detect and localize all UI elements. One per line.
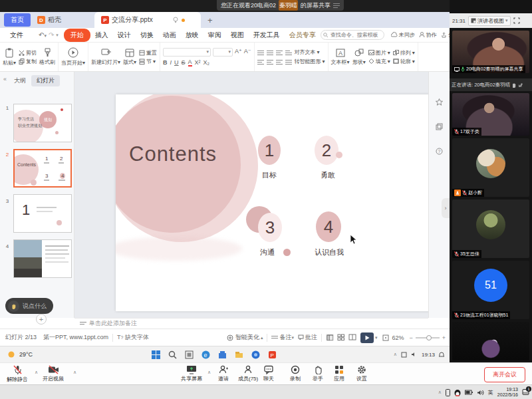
shapes-button[interactable]: 形状▾: [352, 49, 366, 66]
slide-thumbnail-4[interactable]: [13, 239, 72, 278]
font-name-select[interactable]: ▾: [163, 48, 211, 57]
indent-increase-icon[interactable]: [285, 50, 292, 55]
font-size-select[interactable]: ▾: [213, 48, 233, 57]
fit-window-icon[interactable]: [382, 334, 389, 341]
reading-view-icon[interactable]: [348, 334, 356, 341]
task-view-icon[interactable]: [185, 350, 194, 359]
record-button[interactable]: 录制: [290, 365, 301, 382]
menu-member[interactable]: 会员专享: [285, 29, 321, 41]
outline-tab[interactable]: 大纲: [14, 76, 26, 85]
current-slide[interactable]: Contents 1 目标 2 勇敢 3 沟通 4 认识自我: [116, 94, 432, 311]
members-button[interactable]: 成员(75): [238, 365, 258, 382]
align-left-icon[interactable]: [257, 59, 264, 65]
justify-icon[interactable]: [285, 59, 292, 65]
sidebar-collapse-handle[interactable]: ›: [442, 198, 450, 218]
raise-hand-button[interactable]: 举手: [313, 365, 323, 382]
sync-status[interactable]: 未同步: [391, 31, 415, 39]
sorter-view-icon[interactable]: [337, 334, 345, 341]
video-tile-3[interactable]: 赵小辉: [452, 138, 529, 197]
zoom-slider-knob[interactable]: [426, 335, 432, 340]
reaction-plus-button[interactable]: +: [36, 314, 47, 325]
volume-icon[interactable]: [477, 390, 484, 396]
cut-button[interactable]: 剪切: [19, 49, 37, 57]
photos-app-icon[interactable]: [251, 350, 260, 359]
missing-font-warning[interactable]: T? 缺失字体: [117, 333, 149, 342]
copy-button[interactable]: 复制: [19, 58, 37, 65]
star-icon[interactable]: [436, 98, 443, 106]
align-center-icon[interactable]: [267, 59, 273, 65]
battery-icon[interactable]: [465, 390, 473, 395]
wps-home-button[interactable]: 首页: [4, 13, 31, 27]
view-mode-button[interactable]: 演讲者视图▾: [468, 16, 511, 26]
arrange-button[interactable]: 排列▾: [393, 49, 415, 57]
ime-indicator[interactable]: 英: [488, 389, 493, 396]
weather-widget[interactable]: 29°C: [7, 350, 33, 359]
menu-design[interactable]: 设计: [113, 29, 136, 41]
file-explorer-icon[interactable]: [235, 350, 243, 359]
menu-view[interactable]: 视图: [226, 29, 249, 41]
slide-thumbnail-1[interactable]: 规划 学习生活 职业生涯规划: [13, 104, 72, 142]
layout-button[interactable]: 版式▾: [123, 49, 136, 66]
redo-icon[interactable]: ↷: [49, 31, 54, 39]
qq-penguin-icon[interactable]: [454, 389, 461, 396]
menu-slideshow[interactable]: 放映: [181, 29, 203, 41]
video-tile-5[interactable]: 51 21物流工程01张晓明51: [452, 261, 529, 319]
outline-button[interactable]: 轮廓▾: [393, 58, 415, 65]
wps-taskbar-icon[interactable]: P: [268, 350, 277, 359]
subscript-button[interactable]: X₂: [203, 59, 210, 66]
undo-icon[interactable]: ↶▾: [39, 31, 47, 39]
menu-transition[interactable]: 切换: [136, 29, 158, 41]
bullet-list-icon[interactable]: [257, 50, 264, 55]
unmute-options-caret[interactable]: ∧: [35, 370, 38, 375]
video-tile-4[interactable]: 35王思佳: [452, 200, 529, 258]
bold-button[interactable]: B: [163, 59, 168, 66]
phone-link-icon[interactable]: [446, 389, 450, 396]
remote-tray-expand[interactable]: ∧: [394, 352, 397, 357]
collapse-panel-icon[interactable]: «: [3, 76, 7, 82]
fullscreen-icon[interactable]: [513, 17, 520, 24]
shrink-font-button[interactable]: A⁻: [244, 48, 251, 57]
smart-graphic-button[interactable]: 转智能图形▾: [295, 58, 325, 65]
remote-clock[interactable]: 19:13: [422, 352, 435, 358]
leave-meeting-button[interactable]: 离开会议: [484, 367, 525, 382]
tray-expand-icon[interactable]: ∧: [438, 390, 442, 395]
notification-center[interactable]: 1: [522, 388, 529, 397]
comment-button[interactable]: 批注: [305, 333, 317, 342]
note-button[interactable]: 备注: [279, 333, 291, 342]
slides-tab[interactable]: 幻灯片: [31, 75, 60, 86]
more-quick-icon[interactable]: ▾: [56, 33, 59, 38]
video-tile-2[interactable]: 17双子类: [452, 93, 529, 136]
quick-chat-bubble[interactable]: 说点什么: [5, 298, 53, 314]
zoom-out-button[interactable]: −: [409, 334, 412, 341]
menu-animation[interactable]: 动画: [158, 29, 181, 41]
wps-document-tab[interactable]: P 交流分享.pptx: [94, 12, 201, 28]
new-tab-button[interactable]: +: [201, 12, 219, 28]
italic-button[interactable]: I: [170, 59, 172, 66]
wps-docer-tab[interactable]: D 稻壳: [31, 12, 68, 28]
chat-button[interactable]: 聊天: [263, 365, 274, 382]
menu-review[interactable]: 审阅: [203, 29, 226, 41]
textbox-button[interactable]: A 文本框▾: [331, 49, 350, 66]
zoom-level[interactable]: 62%: [392, 334, 404, 341]
paste-button[interactable]: 粘贴▾: [3, 48, 16, 66]
command-search[interactable]: [321, 30, 384, 40]
menu-devtools[interactable]: 开发工具: [249, 29, 285, 41]
video-options-caret[interactable]: ∧: [73, 370, 76, 375]
share-screen-button[interactable]: 共享屏幕: [181, 365, 202, 382]
zoom-in-button[interactable]: +: [442, 334, 446, 341]
start-video-button[interactable]: 开启视频: [43, 365, 64, 382]
taskbar-clock[interactable]: 19:13 2022/5/16: [497, 387, 518, 398]
reset-button[interactable]: 重置: [139, 49, 157, 57]
collab-button[interactable]: 协作: [419, 31, 437, 39]
menu-file[interactable]: 文件: [5, 29, 28, 41]
align-right-icon[interactable]: [276, 59, 283, 65]
share-options-caret[interactable]: ∧: [207, 370, 211, 375]
picture-button[interactable]: 图片▾: [368, 49, 390, 57]
store-icon[interactable]: [218, 350, 227, 359]
edge-browser-icon[interactable]: e: [201, 350, 210, 359]
slide-thumbnail-3[interactable]: 1: [13, 194, 72, 233]
remote-notification-icon[interactable]: [439, 352, 444, 358]
section-button[interactable]: 节▾: [139, 58, 157, 65]
superscript-button[interactable]: X²: [195, 59, 201, 66]
video-tile-presenter[interactable]: 20电商02秦羽晴的屏幕共享: [452, 31, 529, 73]
